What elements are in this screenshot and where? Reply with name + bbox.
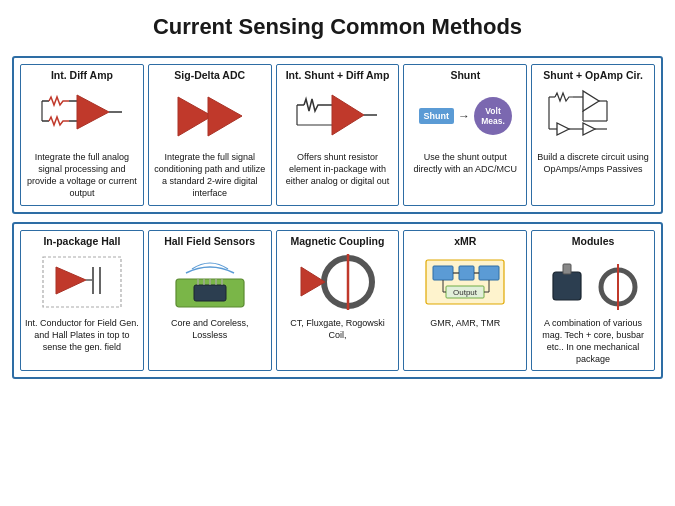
icon-xmr: Output bbox=[408, 251, 522, 313]
cell-shunt: Shunt Shunt → VoltMeas. Use the shunt ou… bbox=[403, 64, 527, 206]
svg-rect-46 bbox=[459, 266, 474, 280]
desc-modules: A combination of various mag. Tech + cor… bbox=[536, 317, 650, 366]
top-section: Int. Diff Amp bbox=[12, 56, 663, 214]
svg-marker-29 bbox=[56, 267, 86, 294]
icon-int-diff-amp bbox=[25, 85, 139, 147]
desc-shunt: Use the shunt output directly with an AD… bbox=[408, 151, 522, 175]
svg-text:Output: Output bbox=[453, 288, 478, 297]
header-int-shunt-diff: Int. Shunt + Diff Amp bbox=[286, 69, 390, 81]
header-magnetic-coupling: Magnetic Coupling bbox=[291, 235, 385, 247]
icon-shunt: Shunt → VoltMeas. bbox=[408, 85, 522, 147]
header-in-package-hall: In-package Hall bbox=[43, 235, 120, 247]
desc-magnetic-coupling: CT, Fluxgate, Rogowski Coil, bbox=[281, 317, 395, 341]
svg-marker-4 bbox=[77, 95, 109, 129]
icon-modules bbox=[536, 251, 650, 313]
svg-rect-56 bbox=[553, 272, 581, 300]
desc-int-diff-amp: Integrate the full analog signal process… bbox=[25, 151, 139, 200]
icon-in-package-hall bbox=[25, 251, 139, 313]
desc-xmr: GMR, AMR, TMR bbox=[430, 317, 500, 329]
desc-hall-field: Core and Coreless, Lossless bbox=[153, 317, 267, 341]
header-int-diff-amp: Int. Diff Amp bbox=[51, 69, 113, 81]
header-modules: Modules bbox=[572, 235, 615, 247]
desc-sig-delta: Integrate the full signal conditioning p… bbox=[153, 151, 267, 200]
svg-rect-47 bbox=[479, 266, 499, 280]
header-shunt: Shunt bbox=[450, 69, 480, 81]
page-title: Current Sensing Common Methods bbox=[12, 10, 663, 44]
cell-xmr: xMR Output bbox=[403, 230, 527, 372]
desc-shunt-opamp: Build a discrete circuit using OpAmps/Am… bbox=[536, 151, 650, 175]
svg-marker-17 bbox=[583, 91, 599, 111]
shunt-label: Shunt bbox=[419, 108, 455, 124]
svg-marker-7 bbox=[178, 97, 212, 136]
top-row: Int. Diff Amp bbox=[20, 64, 655, 206]
cell-modules: Modules A combination of various ma bbox=[531, 230, 655, 372]
page: Current Sensing Common Methods Int. Diff… bbox=[0, 0, 675, 506]
cell-int-diff-amp: Int. Diff Amp bbox=[20, 64, 144, 206]
svg-rect-45 bbox=[433, 266, 453, 280]
header-hall-field: Hall Field Sensors bbox=[164, 235, 255, 247]
header-shunt-opamp: Shunt + OpAmp Cir. bbox=[543, 69, 642, 81]
cell-int-shunt-diff: Int. Shunt + Diff Amp bbox=[276, 64, 400, 206]
svg-rect-57 bbox=[563, 264, 571, 274]
bottom-section: In-package Hall Int. Conductor for bbox=[12, 222, 663, 380]
desc-int-shunt-diff: Offers shunt resistor element in-package… bbox=[281, 151, 395, 187]
icon-int-shunt-diff bbox=[281, 85, 395, 147]
volt-meas-label: VoltMeas. bbox=[474, 97, 512, 135]
shunt-arrow: → bbox=[458, 109, 470, 123]
svg-marker-43 bbox=[301, 267, 325, 296]
icon-hall-field bbox=[153, 251, 267, 313]
icon-magnetic-coupling bbox=[281, 251, 395, 313]
svg-marker-13 bbox=[332, 95, 364, 135]
cell-shunt-opamp: Shunt + OpAmp Cir. bbox=[531, 64, 655, 206]
cell-magnetic-coupling: Magnetic Coupling CT, Fluxgate, Rogowski… bbox=[276, 230, 400, 372]
header-sig-delta: Sig-Delta ADC bbox=[174, 69, 245, 81]
svg-marker-23 bbox=[557, 123, 569, 135]
cell-sig-delta: Sig-Delta ADC Integrate the full signal … bbox=[148, 64, 272, 206]
svg-rect-34 bbox=[194, 285, 226, 301]
cell-in-package-hall: In-package Hall Int. Conductor for bbox=[20, 230, 144, 372]
bottom-row: In-package Hall Int. Conductor for bbox=[20, 230, 655, 372]
icon-shunt-opamp bbox=[536, 85, 650, 147]
cell-hall-field: Hall Field Sensors bbox=[148, 230, 272, 372]
svg-marker-8 bbox=[208, 97, 242, 136]
desc-in-package-hall: Int. Conductor for Field Gen. and Hall P… bbox=[25, 317, 139, 353]
header-xmr: xMR bbox=[454, 235, 476, 247]
icon-sig-delta bbox=[153, 85, 267, 147]
svg-marker-25 bbox=[583, 123, 595, 135]
